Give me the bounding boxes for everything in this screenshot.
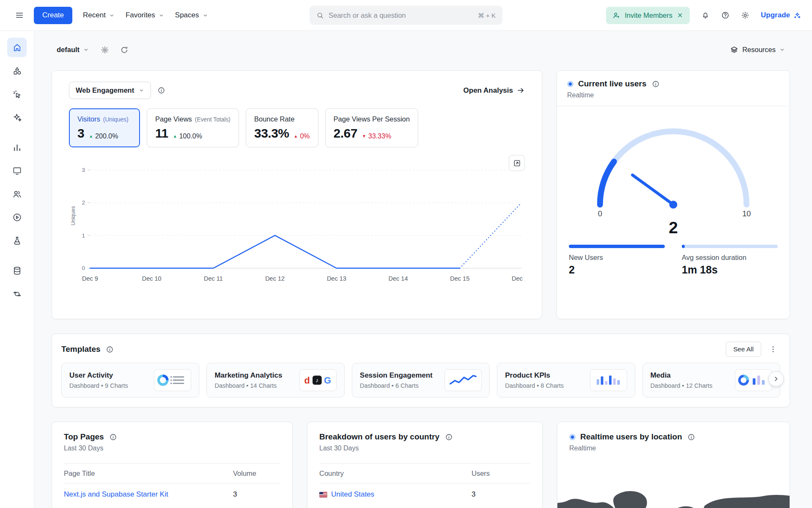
templates-next-button[interactable] [768, 371, 784, 387]
web-engagement-selector[interactable]: Web Engagement [69, 82, 151, 99]
arrow-up-icon: ▲ [294, 134, 298, 138]
live-users-gauge: 0102 [578, 116, 769, 239]
upgrade-sparkles-icon [793, 11, 801, 19]
top-pages-table: Page TitleVolume Next.js and Supabase St… [64, 464, 280, 505]
chevron-down-icon [203, 13, 208, 18]
metric-label: Visitors [77, 115, 100, 123]
stat-label: Avg session duration [682, 254, 778, 262]
template-card-media[interactable]: Media Dashboard • 12 Charts [642, 363, 780, 398]
upgrade-link[interactable]: Upgrade [761, 11, 801, 19]
template-meta: Dashboard • 8 Charts [505, 382, 564, 389]
sidebar-item-pipeline[interactable] [7, 284, 27, 304]
info-icon[interactable] [109, 432, 118, 442]
dashboard-bottom-row: Top Pages Last 30 Days Page TitleVolume … [52, 422, 790, 508]
top-pages-title: Top Pages [64, 432, 104, 442]
open-chart-icon[interactable] [509, 155, 525, 171]
live-users-title: Current live users [578, 79, 647, 88]
open-analysis-label: Open Analysis [464, 86, 513, 95]
svg-text:Dec 10: Dec 10 [142, 275, 162, 282]
metric-label: Page Views [155, 115, 192, 123]
svg-text:♪: ♪ [315, 377, 318, 384]
sidebar-item-users[interactable] [7, 184, 27, 204]
template-name: Marketing Analytics [214, 371, 282, 380]
country-breakdown-subtitle: Last 30 Days [319, 444, 530, 452]
chevron-down-icon [139, 88, 144, 93]
metric-value: 33.3% [254, 126, 289, 141]
sidebar-item-sparkle[interactable] [7, 108, 27, 127]
sidebar-item-monitor[interactable] [7, 161, 27, 180]
refresh-icon[interactable] [116, 41, 133, 58]
navbar-right: Invite Members Upgrade [606, 7, 801, 24]
sidebar-item-database[interactable] [7, 261, 27, 280]
open-analysis-link[interactable]: Open Analysis [464, 86, 525, 95]
dashboard-toolbar: default Resources [52, 41, 790, 58]
chevron-right-icon [773, 375, 779, 382]
stat-bar [569, 245, 665, 248]
metric-label: Bounce Rate [254, 115, 294, 123]
svg-text:Dec 12: Dec 12 [265, 275, 285, 282]
info-icon[interactable] [156, 86, 166, 95]
country-breakdown-title: Breakdown of users by country [319, 432, 439, 442]
resources-button[interactable]: Resources [725, 41, 790, 58]
current-live-users-card: Current live users Realtime 0102 New Use… [557, 70, 790, 319]
info-icon[interactable] [687, 432, 696, 442]
line-spark-icon [444, 369, 482, 391]
template-card-marketing-analytics[interactable]: Marketing Analytics Dashboard • 14 Chart… [206, 363, 344, 398]
info-icon[interactable] [444, 432, 453, 442]
kebab-menu-icon[interactable] [766, 342, 780, 356]
sidebar-item-shapes[interactable] [7, 61, 27, 80]
metric-tile-bounce-rate[interactable]: Bounce Rate 33.3% ▲0% [246, 108, 318, 147]
sidebar-item-home[interactable] [7, 38, 27, 57]
metric-tile-page-views[interactable]: Page Views (Event Totals) 11 ▲100.0% [147, 108, 239, 147]
top-pages-subtitle: Last 30 Days [64, 444, 280, 452]
dashboard-settings-gear-icon[interactable] [96, 41, 113, 58]
bar-chart-icon [12, 143, 22, 152]
sidebar-item-bar-chart[interactable] [7, 138, 27, 157]
close-icon[interactable] [677, 12, 683, 19]
country-link[interactable]: United States [319, 490, 472, 499]
hamburger-menu-icon[interactable] [11, 7, 28, 24]
search-bar[interactable]: ⌘ + K [310, 6, 502, 25]
play-circle-icon [12, 213, 22, 222]
country-breakdown-card: Breakdown of users by country Last 30 Da… [307, 422, 543, 508]
svg-text:d: d [304, 375, 310, 386]
invite-members-button[interactable]: Invite Members [606, 7, 690, 24]
menu-label: Recent [83, 11, 106, 19]
invite-members-label: Invite Members [625, 11, 672, 19]
sidebar-item-play-circle[interactable] [7, 207, 27, 227]
svg-text:Uniques: Uniques [70, 206, 76, 226]
svg-text:G: G [324, 375, 331, 386]
settings-gear-icon[interactable] [737, 7, 754, 24]
search-input[interactable] [329, 11, 473, 19]
hamburger-icon [15, 11, 24, 20]
info-icon[interactable] [105, 345, 115, 354]
users-icon [12, 189, 22, 199]
info-icon[interactable] [651, 79, 661, 88]
help-circle-icon [721, 11, 730, 19]
navbar-menu-spaces[interactable]: Spaces [170, 7, 214, 24]
svg-text:0: 0 [82, 265, 85, 271]
sidebar-item-cursor-click[interactable] [7, 84, 27, 104]
help-icon[interactable] [717, 7, 734, 24]
donut-list-icon [154, 369, 191, 391]
sidebar-item-flask[interactable] [7, 231, 27, 250]
template-card-session-engagement[interactable]: Session Engagement Dashboard • 6 Charts [352, 363, 490, 398]
template-card-user-activity[interactable]: User Activity Dashboard • 9 Charts [61, 363, 199, 398]
chevron-down-icon [159, 13, 164, 18]
table-header: CountryUsers [319, 464, 530, 483]
notifications-bell-icon[interactable] [697, 7, 714, 24]
main-content: default Resources Web Engagement [34, 31, 812, 508]
metric-tile-visitors[interactable]: Visitors (Uniques) 3 ▲200.0% [69, 108, 140, 147]
realtime-location-title: Realtime users by location [580, 432, 682, 442]
metric-tile-page-views-per-session[interactable]: Page Views Per Session 2.67 ▼33.33% [325, 108, 418, 147]
person-plus-icon [612, 11, 620, 19]
see-all-button[interactable]: See All [726, 342, 761, 357]
page-link[interactable]: Next.js and Supabase Starter Kit [64, 490, 233, 499]
navbar-menu-favorites[interactable]: Favorites [120, 7, 170, 24]
template-card-product-kpis[interactable]: Product KPIs Dashboard • 8 Charts [497, 363, 635, 398]
create-button[interactable]: Create [34, 7, 72, 24]
stat-new-users: New Users 2 [569, 245, 665, 276]
navbar-menu-recent[interactable]: Recent [77, 7, 120, 24]
upgrade-label: Upgrade [761, 11, 790, 19]
space-selector[interactable]: default [52, 41, 94, 58]
